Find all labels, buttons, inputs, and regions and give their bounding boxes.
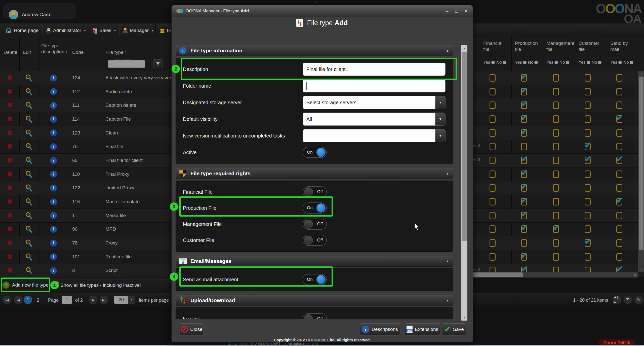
checkbox-icon[interactable] bbox=[553, 129, 559, 137]
close-button[interactable]: Close bbox=[180, 323, 204, 335]
checkbox-icon[interactable] bbox=[521, 143, 527, 150]
radio-icon[interactable] bbox=[618, 61, 622, 64]
checkbox-icon[interactable]: ✔ bbox=[553, 225, 559, 233]
radio-icon[interactable] bbox=[630, 61, 633, 64]
scrollbar-thumb[interactable] bbox=[462, 52, 467, 241]
scroll-right-icon[interactable]: ▶ bbox=[635, 272, 637, 278]
checkbox-icon[interactable] bbox=[490, 101, 496, 109]
edit-magnifier-icon[interactable] bbox=[25, 239, 33, 247]
select-value[interactable]: All bbox=[303, 113, 435, 126]
last-page-button[interactable]: ▶| bbox=[100, 296, 108, 304]
section-header-info[interactable]: iFile type information▲ bbox=[176, 45, 453, 56]
checkbox-icon[interactable]: ✔ bbox=[521, 170, 527, 178]
header-file-type-descriptions[interactable]: File type descriptions bbox=[41, 43, 68, 55]
edit-magnifier-icon[interactable] bbox=[25, 157, 33, 164]
scroll-up-icon[interactable]: ▲ bbox=[461, 45, 467, 51]
info-icon[interactable]: i bbox=[50, 226, 57, 233]
toggle-off[interactable]: Off bbox=[303, 235, 327, 246]
edit-magnifier-icon[interactable] bbox=[25, 101, 33, 109]
checkbox-icon[interactable] bbox=[553, 157, 559, 164]
checkbox-icon[interactable] bbox=[490, 253, 496, 261]
collapse-icon[interactable]: ▲ bbox=[446, 299, 449, 302]
info-icon[interactable]: i bbox=[50, 171, 57, 178]
checkbox-icon[interactable] bbox=[616, 74, 622, 82]
nav-manager[interactable]: Manager▼ bbox=[123, 23, 154, 37]
checkbox-icon[interactable] bbox=[616, 253, 622, 261]
delete-icon[interactable]: ✖ bbox=[7, 198, 13, 206]
radio-icon[interactable] bbox=[491, 61, 495, 64]
show-all-label[interactable]: Show all file types - including Inactive… bbox=[60, 283, 141, 288]
edit-magnifier-icon[interactable] bbox=[25, 198, 33, 205]
scroll-down-icon[interactable]: ▼ bbox=[461, 315, 467, 321]
checkbox-icon[interactable]: ✔ bbox=[521, 225, 527, 233]
delete-icon[interactable]: ✖ bbox=[7, 143, 13, 151]
scroll-up-icon[interactable]: ▲ bbox=[638, 71, 644, 76]
items-per-page-dropdown[interactable]: ▼ bbox=[128, 296, 135, 304]
yesno-filter-4[interactable]: YesNo bbox=[610, 60, 634, 65]
collapse-icon[interactable]: ▲ bbox=[446, 172, 449, 175]
first-page-button[interactable]: |◀ bbox=[3, 296, 11, 304]
info-icon[interactable]: i bbox=[50, 129, 57, 136]
checkbox-icon[interactable] bbox=[616, 101, 622, 109]
table-vertical-scrollbar[interactable]: ▲ ▼ bbox=[638, 71, 644, 272]
header-code[interactable]: Code bbox=[72, 49, 84, 55]
checkbox-icon[interactable] bbox=[585, 74, 591, 82]
checkbox-icon[interactable] bbox=[616, 88, 622, 95]
checkbox-icon[interactable] bbox=[553, 143, 559, 150]
dialog-titlebar[interactable]: OOONA Manager - File type Add – □ ✕ bbox=[172, 5, 473, 17]
checkbox-icon[interactable] bbox=[585, 101, 591, 109]
checkbox-icon[interactable] bbox=[585, 225, 591, 233]
dialog-scrollbar[interactable]: ▲ ▼ bbox=[461, 45, 467, 321]
close-window-button[interactable]: ✕ bbox=[463, 8, 470, 14]
previous-page-button[interactable]: ◀ bbox=[14, 296, 23, 304]
header-production-file[interactable]: Production file bbox=[515, 40, 539, 52]
nav-home-page[interactable]: Home page bbox=[6, 23, 38, 37]
delete-icon[interactable]: ✖ bbox=[7, 74, 13, 82]
edit-magnifier-icon[interactable] bbox=[25, 170, 33, 178]
checkbox-icon[interactable] bbox=[490, 74, 496, 82]
info-icon[interactable]: i bbox=[50, 240, 57, 247]
yesno-filter-1[interactable]: YesNo bbox=[515, 60, 539, 65]
yesno-filter-3[interactable]: YesNo bbox=[579, 60, 602, 65]
dropdown-button[interactable]: ▼ bbox=[435, 129, 446, 142]
toggle-off[interactable]: Off bbox=[303, 313, 327, 319]
info-icon[interactable]: i bbox=[50, 267, 57, 274]
checkbox-icon[interactable] bbox=[616, 225, 622, 233]
section-header-email[interactable]: Email/Massages▲ bbox=[176, 256, 453, 267]
scroll-down-icon[interactable]: ▼ bbox=[638, 267, 644, 272]
file-type-filter-input[interactable] bbox=[108, 60, 145, 68]
user-chip[interactable]: Andrew Garb bbox=[3, 3, 76, 19]
checkbox-icon[interactable] bbox=[585, 212, 591, 219]
checkbox-icon[interactable] bbox=[553, 198, 559, 205]
items-per-page-value[interactable]: 20 bbox=[114, 296, 128, 304]
checkbox-icon[interactable] bbox=[585, 129, 591, 137]
checkbox-icon[interactable] bbox=[521, 239, 527, 247]
info-icon[interactable]: i bbox=[50, 102, 57, 109]
delete-icon[interactable]: ✖ bbox=[7, 101, 13, 109]
checkbox-icon[interactable] bbox=[553, 184, 559, 192]
section-header-upload[interactable]: Upload/Download▲ bbox=[176, 295, 453, 306]
info-icon[interactable]: i bbox=[50, 198, 57, 205]
checkbox-icon[interactable] bbox=[585, 115, 591, 123]
checkbox-icon[interactable] bbox=[490, 129, 496, 137]
nav-sales[interactable]: Sales▼ bbox=[93, 23, 116, 37]
nav-administrator[interactable]: Administrator▼ bbox=[46, 23, 86, 37]
radio-icon[interactable] bbox=[566, 61, 569, 64]
radio-icon[interactable] bbox=[503, 61, 506, 64]
checkbox-icon[interactable]: ✔ bbox=[521, 88, 527, 95]
yesno-filter-2[interactable]: YesNo bbox=[546, 60, 570, 65]
next-page-button[interactable]: ▶ bbox=[89, 296, 97, 304]
file-type-filter-button[interactable] bbox=[153, 59, 163, 69]
checkbox-icon[interactable]: ✔ bbox=[616, 115, 622, 123]
edit-magnifier-icon[interactable] bbox=[25, 212, 33, 219]
info-icon[interactable]: i bbox=[50, 253, 57, 260]
extensions-button[interactable]: xxx Extensions bbox=[405, 323, 440, 335]
checkbox-icon[interactable] bbox=[490, 88, 496, 95]
checkbox-icon[interactable]: ✔ bbox=[521, 157, 527, 164]
minimize-button[interactable]: – bbox=[444, 8, 451, 14]
header-financial-file[interactable]: Financial file bbox=[483, 40, 507, 52]
header-customer-file[interactable]: Customer file bbox=[579, 40, 603, 52]
checkbox-icon[interactable] bbox=[616, 143, 622, 150]
checkbox-icon[interactable] bbox=[585, 88, 591, 95]
checkbox-icon[interactable]: ✔ bbox=[521, 101, 527, 109]
